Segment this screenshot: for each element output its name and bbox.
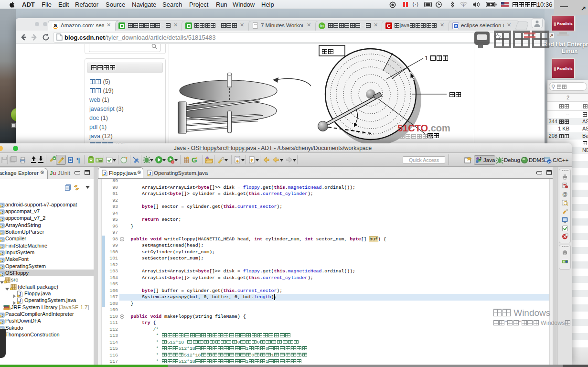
- svg-text:J: J: [1, 210, 3, 215]
- svg-text:J: J: [1, 272, 3, 277]
- svg-text:J: J: [1, 238, 3, 242]
- svg-text:¶: ¶: [76, 156, 80, 164]
- svg-text:J: J: [1, 217, 3, 222]
- svg-text:J: J: [1, 251, 3, 256]
- svg-text:J: J: [1, 320, 3, 324]
- svg-text:C: C: [548, 160, 551, 164]
- svg-text:J: J: [1, 313, 3, 318]
- svg-text:J: J: [1, 231, 3, 235]
- svg-text:@: @: [562, 191, 567, 197]
- svg-text:J: J: [1, 224, 3, 228]
- svg-text:J: J: [479, 156, 481, 161]
- svg-text:J: J: [1, 245, 3, 249]
- svg-text:!: !: [463, 3, 464, 8]
- svg-text:J: J: [1, 259, 3, 263]
- svg-text:J: J: [1, 204, 3, 208]
